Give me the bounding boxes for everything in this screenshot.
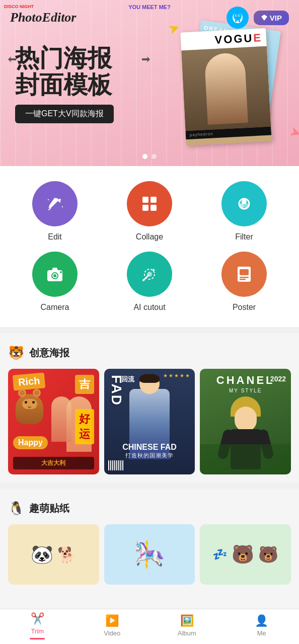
nav-me-label: Me	[257, 629, 266, 637]
svg-rect-29	[240, 269, 249, 275]
bear-eye-l	[25, 401, 27, 404]
nav-trim[interactable]: ✂️ Trim	[0, 612, 75, 641]
dot-1[interactable]	[142, 154, 147, 159]
vip-diamond-icon	[261, 14, 268, 21]
fad-main-title: CHINESE FAD	[104, 443, 195, 452]
sticker3-zzz: 💤	[212, 547, 228, 561]
bear-mouth: ω	[22, 405, 37, 409]
chanel-style: MY STYLE	[200, 388, 291, 393]
fad-subtitle-cn: 回流	[121, 375, 134, 384]
fad-subtitle-line: 打造秋的国潮美学	[104, 452, 195, 459]
banner-cta[interactable]: 一键GET大V同款海报	[15, 105, 114, 123]
nav-album[interactable]: 🖼️ Album	[150, 614, 225, 639]
chanel-face	[235, 407, 257, 432]
bear-body: ω	[16, 394, 43, 424]
feature-ai-cutout-circle	[127, 252, 172, 297]
card-cny[interactable]: Rich 吉 ω	[8, 369, 99, 474]
svg-point-10	[59, 199, 61, 201]
svg-rect-12	[151, 197, 157, 203]
feature-edit-label: Edit	[48, 232, 62, 242]
bear-eye-r	[32, 401, 35, 404]
card-fad[interactable]: FAD ★★★★★ 回流 CHINESE FAD 打造秋的国潮美学	[104, 369, 195, 474]
section2-title: 🐧 趣萌贴纸	[8, 501, 291, 516]
sticker-cards-row: 🐼 🐕 GOOD BOY DISCO NIGHT 🎠 YOU MEET ME? …	[8, 524, 291, 585]
feature-camera[interactable]: Camera	[10, 252, 100, 312]
feature-poster-label: Poster	[233, 303, 256, 312]
svg-rect-11	[142, 197, 148, 203]
sticker1-dog: 🐕	[57, 546, 76, 564]
vip-label: VIP	[270, 14, 282, 22]
svg-rect-13	[142, 205, 148, 211]
svg-point-22	[53, 274, 56, 277]
cny-hao: 好	[79, 412, 90, 427]
banner-main-text: 热门海报 封面模板	[15, 45, 114, 99]
svg-point-17	[239, 203, 244, 208]
feature-collage-circle	[127, 181, 172, 226]
svg-point-23	[60, 271, 62, 273]
banner-line2: 封面模板	[15, 72, 114, 99]
fad-stars: ★★★★★	[163, 373, 191, 378]
sticker-card-1[interactable]: 🐼 🐕 GOOD BOY DISCO NIGHT	[8, 524, 99, 585]
app-title: PhotoEditor	[10, 10, 76, 25]
svg-rect-31	[240, 279, 246, 280]
edit-icon	[44, 193, 66, 215]
feature-ai-cutout-label: AI cutout	[133, 303, 165, 312]
feature-camera-label: Camera	[41, 303, 69, 312]
feature-camera-circle	[32, 252, 78, 297]
cny-bottom-text: 大吉大利	[13, 457, 94, 469]
vip-button[interactable]: VIP	[254, 11, 289, 25]
bear-face: ω	[22, 399, 37, 409]
section2-text: 趣萌贴纸	[29, 502, 69, 515]
magazine-person	[204, 52, 248, 125]
card-chanel-content: CHANEL MY STYLE 2022	[200, 369, 291, 474]
banner: PhotoEditor	[0, 0, 299, 166]
svg-point-4	[236, 15, 237, 16]
divider-2	[0, 482, 299, 489]
nav-video[interactable]: ▶️ Video	[75, 614, 150, 639]
feature-collage-label: Collage	[136, 232, 163, 242]
bottom-nav: ✂️ Trim ▶️ Video 🖼️ Album 👤 Me	[0, 609, 299, 644]
banner-line1: 热门海报	[15, 45, 114, 72]
cny-yun: 运	[79, 427, 90, 442]
header-icons: VIP	[227, 7, 289, 29]
nav-trim-active-bar	[30, 638, 45, 639]
poster-icon	[233, 263, 255, 285]
feature-filter-label: Filter	[235, 232, 253, 242]
fad-person-hair	[139, 374, 160, 383]
bear-eyes	[22, 399, 37, 404]
svg-point-18	[244, 203, 249, 208]
sticker-card-2[interactable]: 🎠 YOU MEET ME?	[104, 524, 195, 585]
dot-2[interactable]	[152, 154, 157, 159]
feature-filter[interactable]: Filter	[199, 181, 289, 242]
chanel-foliage	[200, 444, 291, 474]
divider-1	[0, 327, 299, 333]
svg-marker-9	[261, 15, 267, 21]
filter-icon	[233, 193, 255, 215]
nav-me[interactable]: 👤 Me	[225, 614, 300, 639]
banner-arrow-right	[141, 54, 151, 67]
magazine-front: VOGUE payhedron	[180, 28, 272, 146]
poster-cards-row: Rich 吉 ω	[8, 369, 291, 474]
feature-edit[interactable]: Edit	[10, 181, 100, 242]
card-cny-content: Rich 吉 ω	[8, 369, 99, 474]
feature-poster[interactable]: Poster	[199, 252, 289, 312]
feature-ai-cutout[interactable]: AI cutout	[105, 252, 194, 312]
qq-button[interactable]	[227, 7, 249, 29]
banner-dots	[142, 154, 157, 159]
svg-rect-14	[151, 205, 157, 211]
card-chanel[interactable]: CHANEL MY STYLE 2022	[200, 369, 291, 474]
svg-rect-30	[240, 277, 249, 278]
feature-collage[interactable]: Collage	[105, 181, 194, 242]
fad-person-head	[139, 374, 160, 394]
feature-edit-circle	[32, 181, 78, 226]
banner-text-area: 热门海报 封面模板 一键GET大V同款海报	[15, 45, 114, 123]
cny-haoyun-badge: 好 运	[75, 409, 94, 444]
bear-ear-r	[33, 389, 41, 397]
sticker-card-3[interactable]: 💤 🐻 🐻	[200, 524, 291, 585]
chanel-year: 2022	[270, 375, 286, 383]
video-icon: ▶️	[105, 614, 119, 627]
cny-person-2	[51, 396, 71, 442]
cny-happy-badge: Happy	[13, 436, 48, 449]
feature-grid: Edit Collage	[10, 181, 289, 312]
svg-point-5	[239, 15, 240, 16]
